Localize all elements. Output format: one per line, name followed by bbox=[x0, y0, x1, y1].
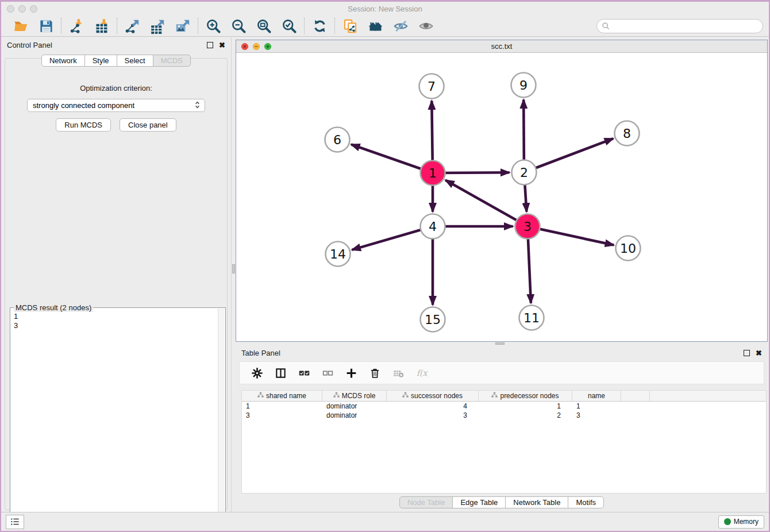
close-panel-button[interactable]: Close panel bbox=[120, 118, 176, 132]
table-cell: dominator bbox=[322, 411, 387, 420]
graph-edge-3-10[interactable] bbox=[528, 226, 614, 245]
tab-select[interactable]: Select bbox=[117, 55, 153, 67]
zoom-in-button[interactable] bbox=[203, 17, 223, 35]
tab-style[interactable]: Style bbox=[84, 55, 117, 67]
column-header-predecessor-nodes[interactable]: predecessor nodes bbox=[479, 391, 572, 401]
tab-node-table[interactable]: Node Table bbox=[399, 496, 453, 508]
graph-node-15[interactable]: 15 bbox=[421, 307, 445, 332]
export-image-icon bbox=[175, 18, 191, 34]
table-row[interactable]: 3dominator323 bbox=[242, 411, 766, 420]
columns-button[interactable] bbox=[274, 366, 287, 380]
copy-view-button[interactable] bbox=[340, 17, 360, 35]
hide-panel-button[interactable] bbox=[391, 17, 410, 35]
zoom-selected-button[interactable] bbox=[279, 17, 299, 35]
open-session-button[interactable] bbox=[11, 17, 30, 35]
delete-row-icon bbox=[369, 367, 381, 379]
table-row[interactable]: 1dominator411 bbox=[242, 402, 766, 411]
network-window-titlebar[interactable]: scc.txt bbox=[236, 40, 767, 53]
save-session-button[interactable] bbox=[36, 17, 56, 35]
tab-mcds[interactable]: MCDS bbox=[153, 55, 191, 67]
criterion-dropdown[interactable]: strongly connected component bbox=[27, 99, 205, 112]
graph-node-6[interactable]: 6 bbox=[325, 128, 350, 152]
status-bar: Memory bbox=[1, 512, 769, 531]
home-button[interactable] bbox=[365, 17, 385, 35]
svg-text:8: 8 bbox=[623, 126, 631, 141]
table-body: 1dominator4113dominator323 bbox=[242, 402, 766, 420]
add-row-button[interactable] bbox=[344, 366, 358, 380]
graph-edge-2-8[interactable] bbox=[524, 138, 613, 172]
graph-node-4[interactable]: 4 bbox=[421, 214, 445, 239]
import-network-icon bbox=[69, 18, 84, 34]
graph-node-1[interactable]: 1 bbox=[421, 161, 445, 186]
zoom-out-button[interactable] bbox=[229, 17, 248, 35]
toolbar-group bbox=[335, 17, 441, 35]
graph-node-10[interactable]: 10 bbox=[616, 236, 641, 261]
table-cell: 4 bbox=[387, 402, 479, 411]
mcds-result-box[interactable]: MCDS result (2 nodes) 13 bbox=[10, 307, 226, 527]
table-panel-close-button[interactable]: ✖ bbox=[756, 349, 762, 357]
graph-node-2[interactable]: 2 bbox=[512, 160, 537, 185]
svg-text:1: 1 bbox=[429, 166, 437, 180]
vertical-splitter[interactable] bbox=[231, 37, 236, 515]
result-vertical-scrollbar[interactable] bbox=[218, 309, 225, 519]
svg-text:2: 2 bbox=[520, 165, 528, 180]
zoom-fit-button[interactable] bbox=[254, 17, 274, 35]
refresh-icon bbox=[312, 18, 328, 34]
svg-text:7: 7 bbox=[428, 79, 436, 94]
splitter-grip[interactable] bbox=[495, 342, 505, 345]
import-network-button[interactable] bbox=[67, 17, 86, 35]
tab-edge-table[interactable]: Edge Table bbox=[452, 496, 506, 508]
deselect-all-button[interactable] bbox=[321, 366, 334, 380]
search-input[interactable] bbox=[613, 22, 758, 30]
graph-node-14[interactable]: 14 bbox=[326, 242, 351, 267]
tab-network-table[interactable]: Network Table bbox=[505, 496, 568, 508]
column-header-name[interactable]: name bbox=[572, 391, 621, 401]
column-header-MCDS-role[interactable]: MCDS role bbox=[322, 391, 387, 401]
zoom-out-icon bbox=[231, 18, 247, 34]
memory-button[interactable]: Memory bbox=[718, 515, 764, 529]
select-all-button[interactable] bbox=[297, 366, 311, 380]
select-all-icon bbox=[298, 367, 310, 379]
refresh-button[interactable] bbox=[310, 17, 329, 35]
delete-row-button[interactable] bbox=[368, 366, 382, 380]
svg-text:15: 15 bbox=[425, 313, 441, 327]
show-panel-button[interactable] bbox=[416, 17, 436, 35]
graph-node-7[interactable]: 7 bbox=[419, 74, 444, 99]
column-header-shared-name[interactable]: shared name bbox=[242, 391, 322, 401]
export-network-button[interactable] bbox=[122, 17, 142, 35]
node-table: shared nameMCDS rolesuccessor nodesprede… bbox=[241, 390, 767, 494]
toolbar-group bbox=[305, 17, 334, 35]
tab-network[interactable]: Network bbox=[41, 55, 85, 67]
graph-node-3[interactable]: 3 bbox=[515, 214, 540, 239]
graph-node-9[interactable]: 9 bbox=[511, 73, 536, 98]
graph-node-11[interactable]: 11 bbox=[519, 306, 544, 330]
run-mcds-button[interactable]: Run MCDS bbox=[56, 118, 111, 132]
table-panel-title: Table Panel bbox=[241, 349, 280, 357]
graph-node-8[interactable]: 8 bbox=[615, 121, 640, 146]
delete-table-button[interactable] bbox=[391, 366, 405, 380]
task-history-button[interactable] bbox=[6, 515, 24, 529]
home-icon bbox=[368, 18, 383, 34]
network-canvas[interactable]: 7968124314101511 bbox=[236, 53, 767, 341]
export-table-button[interactable] bbox=[148, 17, 167, 35]
import-table-button[interactable] bbox=[92, 17, 111, 35]
export-image-button[interactable] bbox=[173, 17, 192, 35]
splitter-grip[interactable] bbox=[232, 264, 235, 273]
mcds-result-line: 1 bbox=[14, 312, 214, 321]
table-panel-float-button[interactable] bbox=[744, 350, 750, 356]
table-cell: dominator bbox=[322, 402, 387, 411]
control-panel-tabs: NetworkStyleSelectMCDS bbox=[1, 55, 231, 67]
control-panel-close-button[interactable]: ✖ bbox=[219, 41, 225, 49]
memory-label: Memory bbox=[734, 518, 759, 526]
search-box[interactable] bbox=[596, 19, 763, 33]
tab-motifs[interactable]: Motifs bbox=[568, 496, 604, 508]
control-panel-float-button[interactable] bbox=[207, 42, 213, 48]
function-button[interactable]: f(x) bbox=[415, 366, 429, 380]
graph-edge-3-1[interactable] bbox=[445, 180, 528, 227]
show-panel-icon bbox=[418, 18, 434, 34]
gear-button[interactable] bbox=[250, 366, 264, 380]
list-icon bbox=[9, 516, 21, 527]
criterion-dropdown-value: strongly connected component bbox=[33, 101, 134, 110]
table-cell: 1 bbox=[572, 402, 621, 411]
column-header-successor-nodes[interactable]: successor nodes bbox=[387, 391, 479, 401]
